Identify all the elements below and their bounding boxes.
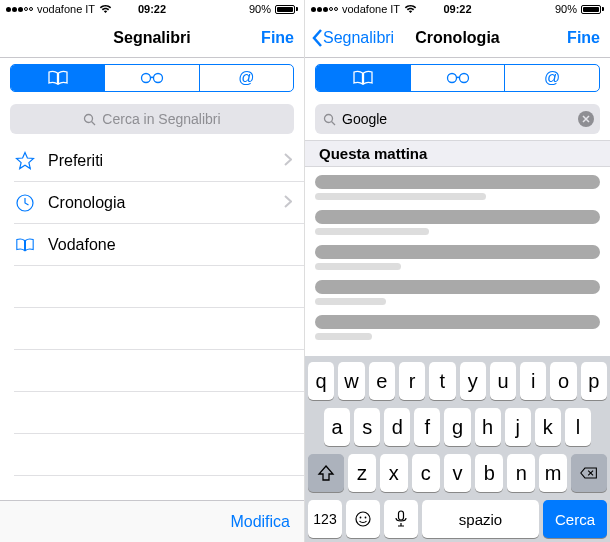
- svg-point-11: [365, 517, 367, 519]
- svg-line-3: [92, 121, 96, 125]
- at-icon: @: [544, 69, 560, 87]
- chevron-left-icon: [311, 28, 323, 48]
- toolbar: Modifica: [0, 500, 304, 542]
- shift-icon: [317, 464, 335, 482]
- row-history[interactable]: Cronologia: [0, 182, 304, 224]
- battery-icon: [275, 5, 298, 14]
- key-h[interactable]: h: [475, 408, 501, 446]
- svg-line-8: [332, 121, 336, 125]
- key-o[interactable]: o: [550, 362, 576, 400]
- chevron-right-icon: [284, 194, 292, 212]
- key-p[interactable]: p: [581, 362, 607, 400]
- search-value: Google: [342, 111, 387, 127]
- svg-point-1: [153, 74, 162, 83]
- key-u[interactable]: u: [490, 362, 516, 400]
- clock: 09:22: [138, 3, 166, 15]
- history-list: [305, 167, 610, 356]
- svg-point-9: [356, 512, 370, 526]
- space-key[interactable]: spazio: [422, 500, 539, 538]
- chevron-right-icon: [284, 152, 292, 170]
- smiley-icon: [354, 510, 372, 528]
- key-y[interactable]: y: [460, 362, 486, 400]
- done-button[interactable]: Fine: [261, 29, 294, 47]
- num-key[interactable]: 123: [308, 500, 342, 538]
- search-input[interactable]: Cerca in Segnalibri: [10, 104, 294, 134]
- key-g[interactable]: g: [444, 408, 470, 446]
- battery-pct: 90%: [555, 3, 577, 15]
- keyboard: qwertyuiop asdfghjkl zxcvbnm 123 spazio …: [305, 356, 610, 542]
- key-b[interactable]: b: [475, 454, 503, 492]
- mic-key[interactable]: [384, 500, 418, 538]
- nav-bar: Segnalibri Fine: [0, 18, 304, 58]
- key-x[interactable]: x: [380, 454, 408, 492]
- emoji-key[interactable]: [346, 500, 380, 538]
- svg-point-0: [141, 74, 150, 83]
- battery-icon: [581, 5, 604, 14]
- key-t[interactable]: t: [429, 362, 455, 400]
- list-item[interactable]: [315, 210, 600, 235]
- key-d[interactable]: d: [384, 408, 410, 446]
- shift-key[interactable]: [308, 454, 344, 492]
- search-icon: [323, 113, 336, 126]
- key-a[interactable]: a: [324, 408, 350, 446]
- key-v[interactable]: v: [444, 454, 472, 492]
- list-item[interactable]: [315, 245, 600, 270]
- at-icon: @: [238, 69, 254, 87]
- segmented-control: @: [10, 64, 294, 92]
- seg-bookmarks[interactable]: [316, 65, 411, 91]
- seg-bookmarks[interactable]: [11, 65, 105, 91]
- bookmarks-screen: vodafone IT 09:22 90% Segnalibri Fine @: [0, 0, 305, 542]
- close-icon: [582, 115, 590, 123]
- nav-bar: Segnalibri Cronologia Fine: [305, 18, 610, 58]
- seg-shared-links[interactable]: @: [200, 65, 293, 91]
- book-icon: [14, 237, 36, 253]
- segmented-control: @: [315, 64, 600, 92]
- svg-point-2: [85, 114, 93, 122]
- seg-shared-links[interactable]: @: [505, 65, 599, 91]
- back-button[interactable]: Segnalibri: [311, 28, 394, 48]
- status-bar: vodafone IT 09:22 90%: [305, 0, 610, 18]
- signal-dots-icon: [6, 7, 33, 12]
- key-s[interactable]: s: [354, 408, 380, 446]
- wifi-icon: [99, 4, 112, 14]
- bookmarks-list: Preferiti Cronologia Vodafone: [0, 140, 304, 500]
- wifi-icon: [404, 4, 417, 14]
- carrier-label: vodafone IT: [37, 3, 95, 15]
- search-placeholder: Cerca in Segnalibri: [102, 111, 220, 127]
- search-input[interactable]: Google: [315, 104, 600, 134]
- backspace-key[interactable]: [571, 454, 607, 492]
- key-k[interactable]: k: [535, 408, 561, 446]
- key-f[interactable]: f: [414, 408, 440, 446]
- svg-rect-12: [399, 511, 404, 520]
- clock-icon: [14, 193, 36, 213]
- key-e[interactable]: e: [369, 362, 395, 400]
- search-key[interactable]: Cerca: [543, 500, 607, 538]
- seg-reading-list[interactable]: [411, 65, 506, 91]
- key-i[interactable]: i: [520, 362, 546, 400]
- key-c[interactable]: c: [412, 454, 440, 492]
- book-icon: [352, 70, 374, 86]
- key-z[interactable]: z: [348, 454, 376, 492]
- svg-point-7: [325, 114, 333, 122]
- edit-button[interactable]: Modifica: [230, 513, 290, 531]
- key-w[interactable]: w: [338, 362, 364, 400]
- key-r[interactable]: r: [399, 362, 425, 400]
- svg-point-6: [459, 74, 468, 83]
- seg-reading-list[interactable]: [105, 65, 199, 91]
- list-item[interactable]: [315, 315, 600, 340]
- svg-point-10: [360, 517, 362, 519]
- row-vodafone[interactable]: Vodafone: [0, 224, 304, 266]
- row-favorites[interactable]: Preferiti: [0, 140, 304, 182]
- clear-button[interactable]: [578, 111, 594, 127]
- list-item[interactable]: [315, 175, 600, 200]
- book-icon: [47, 70, 69, 86]
- battery-pct: 90%: [249, 3, 271, 15]
- key-j[interactable]: j: [505, 408, 531, 446]
- list-item[interactable]: [315, 280, 600, 305]
- key-q[interactable]: q: [308, 362, 334, 400]
- key-n[interactable]: n: [507, 454, 535, 492]
- key-l[interactable]: l: [565, 408, 591, 446]
- done-button[interactable]: Fine: [567, 29, 600, 47]
- key-m[interactable]: m: [539, 454, 567, 492]
- status-bar: vodafone IT 09:22 90%: [0, 0, 304, 18]
